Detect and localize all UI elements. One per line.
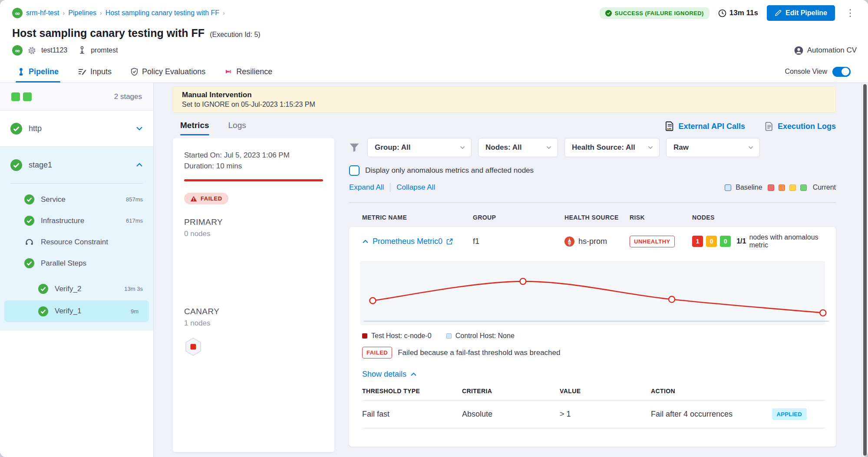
shield-check-icon [131, 68, 138, 76]
filter-icon[interactable] [349, 143, 360, 152]
chevron-down-icon[interactable] [136, 126, 143, 131]
current-swatch-yellow [789, 184, 796, 191]
sidebar-stage-stage1[interactable]: stage1 [0, 147, 153, 183]
sidebar-step-resource-constraint[interactable]: Resource Constraint [0, 231, 153, 253]
tab-logs[interactable]: Logs [228, 121, 246, 135]
anomalous-only-checkbox[interactable] [349, 165, 360, 176]
chevron-down-icon [454, 146, 465, 149]
chevron-down-icon [742, 146, 753, 149]
stages-count: 2 stages [114, 92, 142, 101]
expand-all-link[interactable]: Expand All [349, 183, 384, 192]
canary-node-hexagon-icon[interactable] [184, 337, 202, 356]
collapse-chevron-up-icon[interactable] [362, 240, 369, 243]
tab-resilience[interactable]: Resilience [224, 61, 272, 82]
scrollbar-thumb[interactable] [863, 84, 867, 456]
tab-pipeline[interactable]: Pipeline [17, 61, 59, 82]
sidebar-step-infrastructure[interactable]: Infrastructure 617ms [0, 210, 153, 231]
data-mode-value: Raw [673, 143, 689, 152]
nodes-filter-dropdown[interactable]: Nodes: All [478, 138, 558, 157]
step-duration: 857ms [126, 196, 143, 203]
nodes-note: nodes with anomalous metric [749, 233, 836, 249]
col-threshold-type: THRESHOLD TYPE [362, 388, 462, 395]
breadcrumb-project[interactable]: srm-hf-test [26, 9, 59, 17]
health-source-name: hs-prom [578, 237, 607, 246]
step-label: Service [41, 195, 66, 204]
node-count-chip-red: 1 [692, 236, 703, 247]
document-icon [765, 122, 773, 132]
fail-badge: FAILED [362, 347, 392, 358]
health-source-filter-dropdown[interactable]: Health Source: All [564, 138, 660, 157]
chevron-down-icon [540, 146, 551, 149]
control-host-label: Control Host: None [455, 332, 515, 340]
tab-inputs[interactable]: Inputs [78, 61, 112, 82]
risk-badge-unhealthy: UNHEALTHY [630, 236, 675, 247]
success-check-icon [24, 258, 34, 268]
more-options-icon[interactable]: ⋮ [844, 8, 857, 18]
verification-progress-bar [184, 179, 323, 181]
edit-pipeline-button[interactable]: Edit Pipeline [767, 5, 835, 21]
sidebar-step-service[interactable]: Service 857ms [0, 189, 153, 210]
success-check-icon [38, 284, 48, 294]
metric-row: Prometheus Metric0 f1 hs-prom UNHEALTHY … [349, 227, 836, 256]
sidebar-step-parallel-steps[interactable]: Parallel Steps [0, 253, 153, 274]
metrics-table-header: METRIC NAME GROUP HEALTH SOURCE RISK NOD… [349, 202, 836, 227]
show-details-link[interactable]: Show details [362, 370, 825, 379]
harness-project-icon: ∞ [12, 8, 23, 18]
execution-logs-link[interactable]: Execution Logs [765, 122, 836, 132]
group-filter-value: Group: All [375, 143, 410, 152]
threshold-type-value: Fail fast [362, 410, 462, 419]
sidebar-stage-http[interactable]: http [0, 111, 153, 147]
execution-logs-label: Execution Logs [778, 122, 836, 131]
breadcrumb-pipeline-name[interactable]: Host sampling canary testing with FF [106, 9, 219, 17]
stage-http-label: http [29, 124, 42, 133]
primary-group-label: PRIMARY [184, 217, 323, 227]
canary-node-count: 1 nodes [184, 319, 323, 328]
canary-group-label: CANARY [184, 307, 323, 316]
success-check-icon [10, 123, 22, 135]
tab-metrics[interactable]: Metrics [180, 121, 209, 135]
edit-pipeline-label: Edit Pipeline [785, 9, 827, 17]
primary-node-count: 0 nodes [184, 230, 323, 238]
step-label: Verify_2 [55, 285, 81, 293]
collapse-all-link[interactable]: Collapse All [396, 183, 435, 192]
sidebar-step-verify2[interactable]: Verify_2 13m 3s [0, 278, 153, 299]
metric-chart-svg [360, 261, 832, 325]
current-swatch-green [800, 184, 807, 191]
stage-status-square [23, 92, 32, 101]
console-view-toggle[interactable] [832, 67, 851, 77]
tab-policy-label: Policy Evaluations [142, 67, 205, 76]
group-filter-dropdown[interactable]: Group: All [367, 138, 472, 157]
tab-inputs-label: Inputs [90, 67, 112, 76]
breadcrumb-pipelines[interactable]: Pipelines [68, 9, 96, 17]
duration: Duration: 10 mins [184, 161, 323, 172]
step-label: Verify_1 [55, 307, 81, 316]
execution-duration: 13m 11s [718, 9, 758, 17]
baseline-swatch [725, 184, 731, 191]
started-on: Started On: Jul 5, 2023 1:06 PM [184, 150, 323, 161]
data-mode-dropdown[interactable]: Raw [666, 138, 760, 157]
inputs-icon [78, 68, 86, 76]
external-api-calls-label: External API Calls [679, 122, 745, 131]
resilience-icon [224, 68, 232, 76]
step-duration: 13m 3s [124, 286, 143, 292]
breadcrumb-separator: › [63, 10, 65, 16]
test-host-swatch [362, 333, 367, 339]
chevron-up-icon[interactable] [136, 163, 143, 167]
step-details-panel: Manual Intervention Set to IGNORE on 05-… [154, 83, 868, 457]
external-api-calls-link[interactable]: API External API Calls [665, 121, 745, 132]
status-badge-label: SUCCESS (FAILURE IGNORED) [615, 10, 704, 16]
external-link-icon[interactable] [446, 238, 453, 245]
vertical-scrollbar[interactable] [861, 83, 868, 457]
chevron-down-icon [642, 146, 653, 149]
stages-summary-row: 2 stages [0, 83, 153, 111]
tab-policy-evaluations[interactable]: Policy Evaluations [131, 61, 205, 82]
col-health-source: HEALTH SOURCE [564, 214, 630, 221]
metric-name-link[interactable]: Prometheus Metric0 [373, 237, 442, 246]
tab-logs-label: Logs [228, 121, 246, 130]
anomalous-only-label[interactable]: Display only anomalous metrics and affec… [365, 166, 534, 175]
threshold-criteria-value: Absolute [462, 410, 560, 419]
manual-intervention-banner: Manual Intervention Set to IGNORE on 05-… [173, 86, 836, 113]
sidebar-step-verify1-selected[interactable]: Verify_1 9m [4, 300, 149, 322]
step-duration: 617ms [126, 217, 143, 224]
metric-timeseries-chart[interactable] [360, 261, 825, 325]
